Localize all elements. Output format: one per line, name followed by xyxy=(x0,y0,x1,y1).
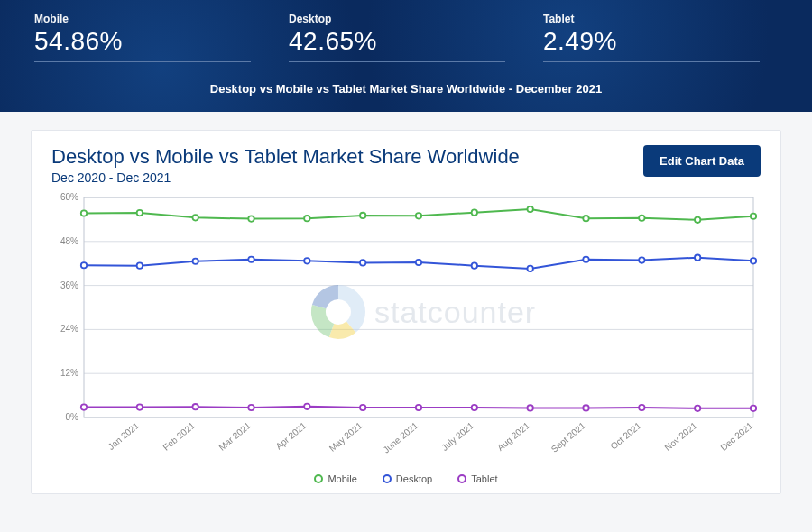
legend-tablet[interactable]: Tablet xyxy=(457,473,497,484)
svg-text:Nov 2021: Nov 2021 xyxy=(663,420,699,453)
chart-plot[interactable]: 0%12%24%36%48%60%statcounterJan 2021Feb … xyxy=(51,192,761,472)
svg-point-31 xyxy=(304,258,309,263)
svg-point-35 xyxy=(527,266,532,271)
legend-swatch-icon xyxy=(383,474,392,483)
svg-point-30 xyxy=(248,257,254,262)
svg-point-24 xyxy=(639,216,644,221)
card-titles: Desktop vs Mobile vs Tablet Market Share… xyxy=(51,145,520,185)
svg-text:60%: 60% xyxy=(60,192,78,202)
svg-point-34 xyxy=(472,262,477,268)
svg-point-44 xyxy=(304,404,309,409)
svg-point-19 xyxy=(360,213,365,218)
svg-text:Jan 2021: Jan 2021 xyxy=(106,420,142,452)
svg-point-15 xyxy=(137,210,143,216)
legend-label: Tablet xyxy=(471,473,497,484)
svg-point-16 xyxy=(192,215,198,220)
svg-point-50 xyxy=(639,405,644,410)
legend-swatch-icon xyxy=(314,474,323,483)
svg-point-39 xyxy=(751,258,756,263)
svg-text:June 2021: June 2021 xyxy=(381,420,420,455)
svg-point-23 xyxy=(583,216,588,221)
card-title: Desktop vs Mobile vs Tablet Market Share… xyxy=(51,145,520,169)
svg-text:Dec 2021: Dec 2021 xyxy=(718,420,754,453)
svg-point-26 xyxy=(751,214,756,219)
legend-label: Mobile xyxy=(328,473,356,484)
stat-value: 2.49% xyxy=(543,27,760,62)
svg-point-45 xyxy=(360,405,365,410)
stat-tablet: Tablet 2.49% xyxy=(543,13,760,62)
svg-text:July 2021: July 2021 xyxy=(439,420,475,453)
hero-banner: Mobile 54.86% Desktop 42.65% Tablet 2.49… xyxy=(0,0,812,112)
svg-point-25 xyxy=(695,217,700,223)
svg-point-20 xyxy=(416,213,421,218)
svg-text:Oct 2021: Oct 2021 xyxy=(608,420,642,452)
svg-point-43 xyxy=(248,405,254,410)
svg-text:Apr 2021: Apr 2021 xyxy=(273,420,308,452)
stat-desktop: Desktop 42.65% xyxy=(289,13,505,62)
svg-text:Feb 2021: Feb 2021 xyxy=(161,420,198,453)
svg-text:Sept 2021: Sept 2021 xyxy=(549,420,587,454)
svg-point-46 xyxy=(416,405,421,410)
svg-text:statcounter: statcounter xyxy=(374,295,536,329)
svg-point-47 xyxy=(472,405,477,410)
svg-point-49 xyxy=(583,405,588,410)
svg-text:12%: 12% xyxy=(60,368,78,378)
stat-label: Mobile xyxy=(34,13,251,25)
svg-text:May 2021: May 2021 xyxy=(328,420,364,454)
svg-point-38 xyxy=(695,254,700,260)
svg-point-48 xyxy=(527,405,532,410)
stat-label: Tablet xyxy=(543,13,760,25)
hero-stats: Mobile 54.86% Desktop 42.65% Tablet 2.49… xyxy=(34,13,778,62)
svg-point-22 xyxy=(527,206,532,212)
svg-text:Mar 2021: Mar 2021 xyxy=(217,420,253,453)
hero-title: Desktop vs Mobile vs Tablet Market Share… xyxy=(34,82,778,96)
edit-chart-button[interactable]: Edit Chart Data xyxy=(643,145,761,177)
svg-point-33 xyxy=(416,260,421,265)
svg-text:36%: 36% xyxy=(60,280,78,290)
svg-point-21 xyxy=(472,209,477,215)
chart-legend: Mobile Desktop Tablet xyxy=(51,473,761,484)
svg-text:Aug 2021: Aug 2021 xyxy=(495,420,531,453)
chart-card: Desktop vs Mobile vs Tablet Market Share… xyxy=(31,130,781,494)
svg-point-51 xyxy=(695,406,700,411)
svg-point-42 xyxy=(192,404,198,409)
chart-svg[interactable]: 0%12%24%36%48%60%statcounterJan 2021Feb … xyxy=(51,192,762,472)
stat-label: Desktop xyxy=(289,13,505,25)
stat-mobile: Mobile 54.86% xyxy=(34,13,251,62)
svg-point-37 xyxy=(639,257,644,262)
stat-value: 42.65% xyxy=(289,27,505,62)
svg-point-32 xyxy=(360,260,365,265)
card-header: Desktop vs Mobile vs Tablet Market Share… xyxy=(51,145,761,185)
legend-desktop[interactable]: Desktop xyxy=(383,473,432,484)
svg-point-52 xyxy=(751,406,756,411)
stat-value: 54.86% xyxy=(34,27,251,62)
svg-text:24%: 24% xyxy=(60,324,78,334)
legend-label: Desktop xyxy=(396,473,432,484)
svg-point-17 xyxy=(248,216,254,221)
svg-point-18 xyxy=(304,216,309,221)
svg-point-36 xyxy=(583,257,588,262)
svg-point-27 xyxy=(81,262,87,268)
legend-mobile[interactable]: Mobile xyxy=(314,473,356,484)
svg-point-40 xyxy=(81,404,87,409)
svg-point-41 xyxy=(137,404,143,409)
svg-point-14 xyxy=(81,210,87,216)
svg-point-29 xyxy=(192,259,198,264)
svg-point-28 xyxy=(137,262,143,268)
legend-swatch-icon xyxy=(457,474,466,483)
svg-text:0%: 0% xyxy=(66,412,79,422)
card-subtitle: Dec 2020 - Dec 2021 xyxy=(51,170,520,185)
svg-text:48%: 48% xyxy=(60,236,78,246)
